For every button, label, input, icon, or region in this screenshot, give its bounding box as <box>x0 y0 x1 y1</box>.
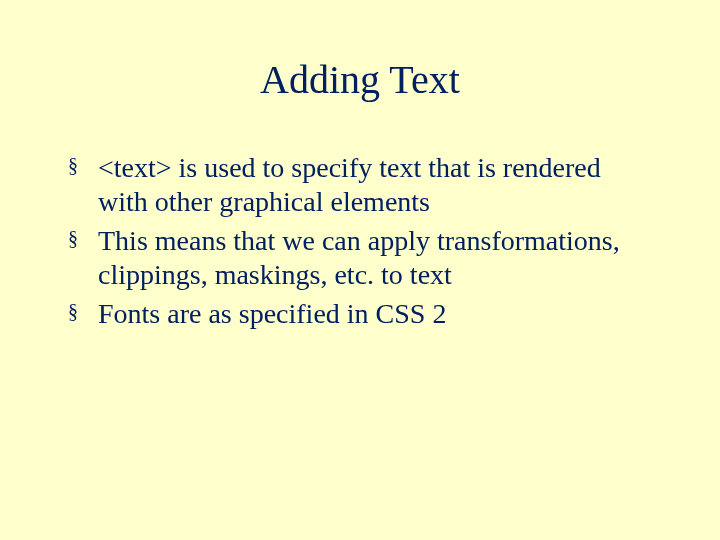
bullet-icon: § <box>68 153 78 177</box>
bullet-icon: § <box>68 299 78 323</box>
bullet-text: <text> is used to specify text that is r… <box>98 152 601 217</box>
bullet-text: Fonts are as specified in CSS 2 <box>98 298 446 329</box>
slide: Adding Text § <text> is used to specify … <box>0 0 720 540</box>
list-item: § This means that we can apply transform… <box>68 224 652 291</box>
list-item: § <text> is used to specify text that is… <box>68 151 652 218</box>
list-item: § Fonts are as specified in CSS 2 <box>68 297 652 331</box>
slide-title: Adding Text <box>60 56 660 103</box>
bullet-text: This means that we can apply transformat… <box>98 225 620 290</box>
bullet-icon: § <box>68 226 78 250</box>
bullet-list: § <text> is used to specify text that is… <box>60 151 660 331</box>
